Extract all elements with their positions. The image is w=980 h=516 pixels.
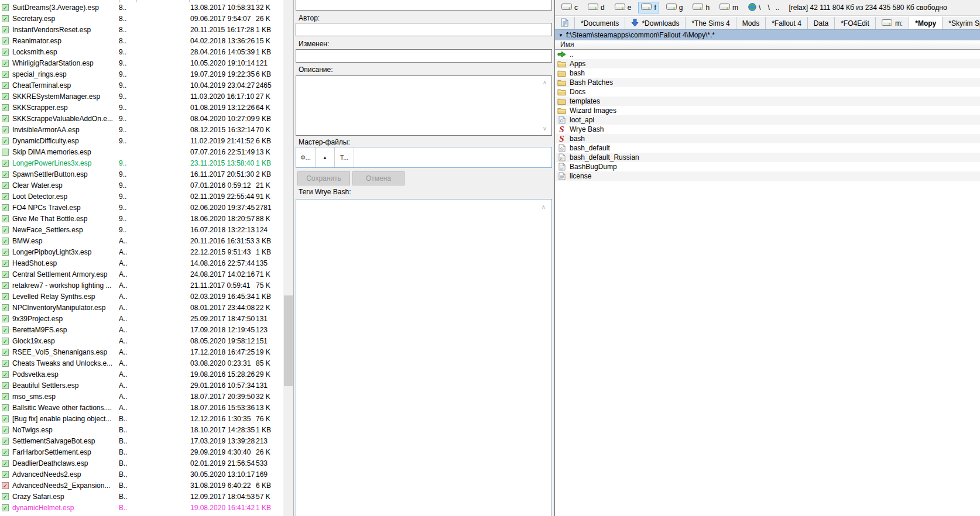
- file-row[interactable]: license: [555, 171, 980, 181]
- plugin-checkbox[interactable]: [2, 71, 9, 78]
- root-button[interactable]: \: [767, 4, 769, 12]
- plugin-checkbox-unchecked[interactable]: [2, 149, 9, 156]
- plugin-row[interactable]: Glock19x.espA..08.05.2020 19:58:12151: [0, 336, 283, 347]
- folder-row[interactable]: Bash Patches: [555, 78, 980, 87]
- file-row[interactable]: bash_default: [555, 143, 980, 153]
- plugin-checkbox[interactable]: [2, 326, 9, 333]
- tab-m-[interactable]: m:: [876, 17, 909, 30]
- plugin-row[interactable]: BMW.espA..20.11.2016 16:31:533 KB: [0, 236, 283, 247]
- plugin-checkbox[interactable]: [2, 115, 9, 122]
- plugin-row[interactable]: InstantVendorsReset.esp8..20.11.2015 16:…: [0, 25, 283, 36]
- plugin-checkbox[interactable]: [2, 304, 9, 311]
- plugin-row[interactable]: FO4 NPCs Travel.esp9..02.06.2020 19:37:4…: [0, 202, 283, 214]
- plugin-row[interactable]: Crazy Safari.espB..12.09.2017 18:04:5357…: [0, 491, 283, 503]
- author-field[interactable]: [296, 23, 552, 36]
- scroll-down-icon[interactable]: ∨: [543, 126, 547, 132]
- drive-button-d[interactable]: d: [585, 2, 608, 13]
- plugin-checkbox[interactable]: [2, 60, 9, 67]
- drive-button-h[interactable]: h: [690, 2, 712, 13]
- plugin-row[interactable]: retakrew7 - workshop lighting ...A..21.1…: [0, 280, 283, 291]
- plugin-checkbox[interactable]: [2, 238, 9, 245]
- plugin-checkbox[interactable]: [2, 260, 9, 267]
- plugin-checkbox[interactable]: [2, 271, 9, 278]
- tab--mopy[interactable]: *Mopy: [909, 17, 943, 30]
- plugin-row[interactable]: SKKScrapper.esp9..01.08.2019 13:12:2664 …: [0, 102, 283, 113]
- plugin-row[interactable]: DeadlierDeathclaws.espB..02.01.2019 21:5…: [0, 458, 283, 469]
- drive-button-c[interactable]: c: [558, 2, 581, 13]
- plugin-checkbox[interactable]: [2, 482, 9, 489]
- name-column-header[interactable]: Имя: [555, 40, 980, 50]
- file-row[interactable]: Sbash: [555, 134, 980, 143]
- file-row[interactable]: BashBugDump: [555, 162, 980, 171]
- plugin-row[interactable]: dynamicHelmet.espB..19.08.2020 16:41:421…: [0, 503, 283, 514]
- plugin-row[interactable]: Locksmith.esp9..28.04.2016 14:05:391 KB: [0, 47, 283, 58]
- plugin-row[interactable]: Loot Detector.esp9..02.11.2019 22:55:449…: [0, 191, 283, 202]
- plugin-checkbox[interactable]: [2, 193, 9, 200]
- scrollbar-thumb[interactable]: [284, 295, 293, 386]
- tab--documents[interactable]: *Documents: [575, 17, 625, 30]
- plugin-row[interactable]: Beautiful Settlers.espA..29.01.2016 10:5…: [0, 380, 283, 391]
- plugin-list-scrollbar[interactable]: [283, 0, 293, 516]
- folder-row[interactable]: bash: [555, 68, 980, 78]
- plugin-checkbox[interactable]: [2, 171, 9, 178]
- plugin-checkbox[interactable]: [2, 349, 9, 356]
- masters-column-header[interactable]: Ф...: [296, 147, 316, 167]
- drive-button-m[interactable]: m: [717, 2, 741, 13]
- tab--skyrim-special-edition[interactable]: *Skyrim Special Edition: [943, 17, 980, 30]
- tab--fo4edit[interactable]: *FO4Edit: [835, 17, 876, 30]
- plugin-checkbox[interactable]: [2, 26, 9, 33]
- plugin-row[interactable]: AdvancedNeeds2.espB..30.05.2020 13:10:17…: [0, 469, 283, 480]
- folder-row[interactable]: templates: [555, 97, 980, 106]
- plugin-row[interactable]: DynamicDifficulty.esp9..11.02.2019 21:41…: [0, 136, 283, 147]
- tab-mods[interactable]: Mods: [736, 17, 766, 30]
- plugin-row[interactable]: SKKRESystemManager.esp9..11.03.2020 16:1…: [0, 91, 283, 102]
- plugin-checkbox[interactable]: [2, 182, 9, 189]
- tab-document[interactable]: [555, 17, 575, 30]
- plugin-row[interactable]: Ballsitic Weave other factions....A..18.…: [0, 403, 283, 414]
- plugin-checkbox[interactable]: [2, 382, 9, 389]
- tab--fallout-4[interactable]: *Fallout 4: [766, 17, 808, 30]
- plugin-checkbox[interactable]: [2, 426, 9, 434]
- plugin-checkbox[interactable]: [2, 93, 9, 100]
- drive-button-g[interactable]: g: [663, 2, 686, 13]
- file-row[interactable]: SWrye Bash: [555, 125, 980, 134]
- plugin-row[interactable]: Skip DIMA memories.esp07.07.2016 22:51:4…: [0, 147, 283, 158]
- plugin-row[interactable]: [Bug fix] enable placing object...B..12.…: [0, 414, 283, 425]
- file-row[interactable]: bash_default_Russian: [555, 153, 980, 162]
- plugin-checkbox[interactable]: [2, 126, 9, 133]
- plugin-row[interactable]: NoTwigs.espB..18.10.2017 14:28:351 KB: [0, 425, 283, 436]
- plugin-row[interactable]: CheatTerminal.esp9..10.04.2019 23:04:272…: [0, 80, 283, 91]
- plugin-row[interactable]: 9x39Project.espA..25.09.2017 18:47:50131: [0, 314, 283, 325]
- path-dropdown-icon[interactable]: [558, 33, 563, 38]
- drive-button-f[interactable]: f: [638, 2, 659, 13]
- plugin-checkbox[interactable]: [2, 82, 9, 89]
- plugin-checkbox[interactable]: [2, 438, 9, 445]
- plugin-checkbox[interactable]: [2, 315, 9, 322]
- plugin-checkbox[interactable]: [2, 504, 9, 511]
- plugin-checkbox[interactable]: [2, 360, 9, 367]
- plugin-row[interactable]: SuitDreams(3.Average).esp8..13.08.2017 1…: [0, 2, 283, 13]
- plugin-checkbox[interactable]: [2, 204, 9, 211]
- plugin-row[interactable]: Central Settlement Armory.espA..24.08.20…: [0, 269, 283, 280]
- plugin-row[interactable]: SpawnSettlerButton.esp9..16.11.2017 20:5…: [0, 169, 283, 180]
- plugin-row[interactable]: BerettaM9FS.espA..17.09.2018 12:19:45123: [0, 325, 283, 336]
- plugin-checkbox[interactable]: [2, 493, 9, 500]
- drive-button-e[interactable]: e: [612, 2, 635, 13]
- plugin-row[interactable]: mso_sms.espA..18.07.2017 20:39:5032 K: [0, 391, 283, 403]
- masters-sort-icon[interactable]: ▲: [316, 147, 335, 167]
- description-field[interactable]: ∧ ∨: [296, 75, 552, 136]
- tab--the-sims-4[interactable]: *The Sims 4: [686, 17, 736, 30]
- plugin-row[interactable]: special_rings.esp9..19.07.2019 19:22:356…: [0, 69, 283, 80]
- plugin-row[interactable]: AdvancedNeeds2_Expansion...B..31.08.2019…: [0, 480, 283, 491]
- plugin-row[interactable]: FarHarborSettlement.espB..29.09.2019 4:3…: [0, 447, 283, 458]
- plugin-checkbox[interactable]: [2, 415, 9, 422]
- plugin-row[interactable]: NPCInventoryManipulator.espA..08.01.2017…: [0, 302, 283, 314]
- plugin-row[interactable]: NewFace_Settlers.esp9..16.07.2018 13:22:…: [0, 225, 283, 236]
- plugin-checkbox[interactable]: [2, 4, 9, 11]
- plugin-row[interactable]: Reanimator.esp8..04.02.2018 13:36:2615 K: [0, 36, 283, 47]
- plugin-row[interactable]: Give Me That Bottle.esp9..18.06.2020 18:…: [0, 214, 283, 225]
- plugin-row[interactable]: LongerPipboyLight3x.espA..22.12.2015 9:5…: [0, 247, 283, 258]
- plugin-checkbox[interactable]: [2, 393, 9, 400]
- plugin-checkbox[interactable]: [2, 449, 9, 456]
- plugin-row[interactable]: Secretary.esp8..09.06.2017 9:54:0726 K: [0, 13, 283, 25]
